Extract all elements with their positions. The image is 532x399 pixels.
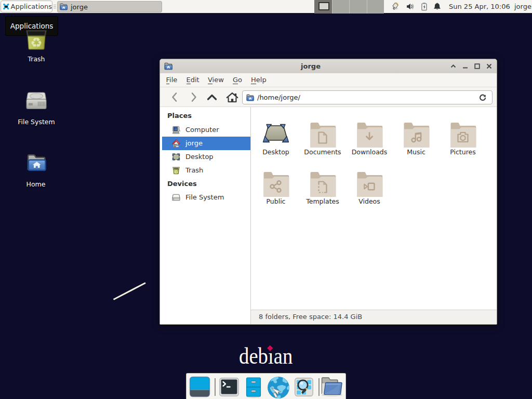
path-bar[interactable]: /home/jorge/ (242, 90, 493, 104)
sidebar-item-jorge[interactable]: jorge (162, 137, 250, 150)
taskbar-window-button[interactable]: jorge (57, 1, 162, 12)
harddrive-icon (25, 91, 48, 110)
workspace-3[interactable] (349, 0, 367, 14)
file-item-downloads[interactable]: Downloads (347, 115, 392, 156)
desktop-icon-label: Home (11, 180, 61, 188)
debian-wordmark-text: debıan (239, 343, 292, 369)
xfce-logo-icon (3, 2, 9, 11)
sidebar-item-label: Desktop (185, 150, 214, 164)
sidebar: Places Computer jor (160, 107, 250, 324)
back-icon (171, 92, 178, 102)
taskbar-window-label: jorge (71, 3, 88, 11)
desktop-icon-home[interactable]: Home (11, 152, 61, 173)
show-desktop-icon[interactable] (189, 376, 210, 397)
folder-downloads-icon (356, 122, 383, 148)
statusbar-text: 8 folders, Free space: 14.4 GiB (259, 310, 497, 324)
directory-menu-icon[interactable] (320, 377, 344, 396)
desktop-icon-file-system[interactable]: File System (11, 91, 61, 110)
computer-icon (172, 126, 180, 134)
file-item-pictures[interactable]: Pictures (440, 115, 486, 156)
up-button[interactable] (206, 87, 218, 107)
menu-edit[interactable]: Edit (187, 73, 200, 87)
file-item-label: Desktop (253, 148, 299, 156)
sidebar-item-label: File System (185, 191, 224, 204)
volume-icon[interactable] (406, 2, 415, 11)
panel-user-label[interactable]: jorge (514, 0, 531, 14)
panel-handle[interactable] (53, 0, 57, 14)
file-manager-icon[interactable] (246, 377, 261, 398)
desktop-icon-label: File System (11, 118, 61, 126)
terminal-icon[interactable] (219, 378, 239, 396)
desktop-icon-label: Trash (11, 55, 61, 63)
file-item-public[interactable]: Public (253, 165, 299, 205)
workspace-1[interactable] (314, 0, 332, 14)
sidebar-item-computer[interactable]: Computer (162, 123, 250, 137)
home-button[interactable] (225, 87, 238, 107)
file-item-label: Templates (300, 197, 345, 205)
applications-menu-label: Applications (11, 3, 52, 10)
sidebar-item-label: Trash (185, 164, 203, 177)
home-icon (226, 92, 238, 103)
file-item-label: Downloads (347, 148, 392, 156)
bottom-dock (186, 373, 346, 399)
panel-clock[interactable]: Sun 25 Apr, 10:06 (449, 0, 510, 14)
sidebar-item-file-system[interactable]: File System (162, 191, 250, 204)
folder-templates-icon (309, 171, 336, 197)
reload-icon[interactable] (479, 94, 486, 101)
menu-file[interactable]: File (166, 73, 178, 87)
window-titlebar[interactable]: jorge (160, 59, 497, 73)
home-folder-icon (25, 152, 46, 173)
file-item-documents[interactable]: Documents (300, 115, 345, 156)
file-item-desktop[interactable]: Desktop (253, 115, 299, 156)
notifications-icon[interactable] (433, 2, 442, 11)
dock-separator (215, 378, 216, 396)
top-panel: Applications jorge Sun 25 Apr, 10:06 (0, 0, 532, 14)
file-item-videos[interactable]: Videos (347, 165, 392, 205)
close-button[interactable] (484, 61, 495, 72)
close-icon (486, 63, 493, 70)
home-folder-icon (246, 94, 254, 102)
debian-wordmark: debıan (0, 343, 532, 369)
forward-button[interactable] (189, 87, 200, 107)
workspace-2[interactable] (332, 0, 350, 14)
file-item-label: Music (393, 148, 439, 156)
window-toolbar: /home/jorge/ (160, 87, 497, 107)
battery-icon[interactable] (420, 2, 429, 11)
trash-icon: ♻ (172, 166, 180, 175)
file-item-music[interactable]: Music (393, 115, 439, 156)
minimize-button[interactable] (460, 61, 471, 72)
forward-icon (191, 92, 197, 102)
applications-menu-button[interactable]: Applications (1, 1, 52, 12)
menu-view[interactable]: View (208, 73, 224, 87)
desktop-icon (172, 153, 180, 161)
window-statusbar: 8 folders, Free space: 14.4 GiB (251, 310, 497, 324)
minimize-icon (462, 63, 469, 70)
network-icon[interactable] (391, 2, 400, 11)
maximize-icon (474, 63, 481, 70)
workspace-switcher (314, 0, 384, 14)
folder-pictures-icon (449, 122, 476, 148)
file-item-label: Public (253, 197, 299, 205)
sidebar-item-label: Computer (185, 123, 219, 137)
menu-help[interactable]: Help (251, 73, 267, 87)
window-menubar: File Edit View Go Help (160, 73, 497, 87)
shade-button[interactable] (448, 61, 459, 72)
sidebar-item-trash[interactable]: ♻ Trash (162, 164, 250, 177)
file-item-templates[interactable]: Templates (300, 165, 345, 205)
file-list-pane[interactable]: Desktop Documents Downloads (251, 107, 497, 310)
sidebar-item-desktop[interactable]: Desktop (162, 150, 250, 164)
applications-tooltip-text: Applications (10, 22, 53, 30)
maximize-button[interactable] (472, 61, 483, 72)
sidebar-header-places: Places (167, 112, 192, 120)
scratch-line (109, 278, 151, 304)
folder-documents-icon (309, 122, 336, 148)
trash-icon: ♻ (25, 30, 48, 50)
desktop-icon-trash[interactable]: ♻ Trash (11, 30, 61, 50)
back-button[interactable] (168, 87, 180, 107)
shade-icon (450, 63, 457, 70)
workspace-4[interactable] (367, 0, 384, 14)
menu-go[interactable]: Go (233, 73, 242, 87)
app-finder-icon[interactable] (295, 378, 313, 396)
harddrive-icon (172, 193, 180, 202)
web-browser-icon[interactable] (267, 376, 290, 399)
